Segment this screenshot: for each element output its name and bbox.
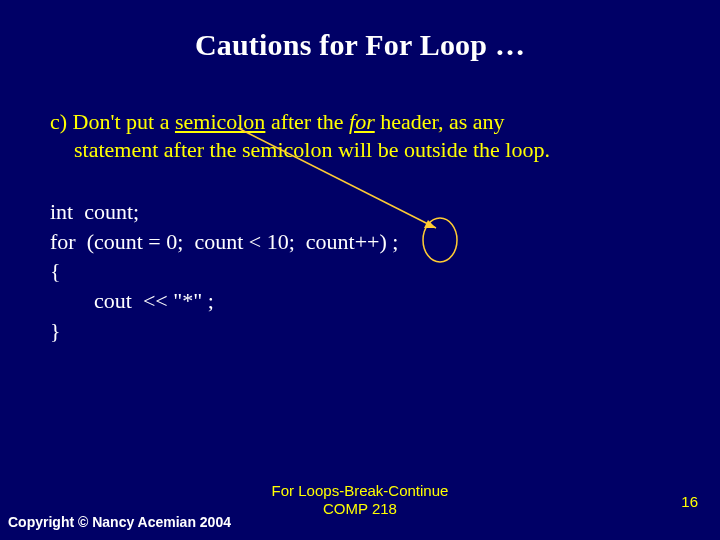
- caution-prefix: c) Don't put a: [50, 109, 175, 134]
- caution-for-word: for: [349, 109, 375, 134]
- footer-line1: For Loops-Break-Continue: [0, 482, 720, 500]
- code-line-2: for (count = 0; count < 10; count++) ;: [50, 229, 398, 254]
- footer-center: For Loops-Break-Continue COMP 218: [0, 482, 720, 518]
- caution-mid1: after the: [265, 109, 349, 134]
- code-line-1: int count;: [50, 199, 139, 224]
- caution-text-line2: statement after the semicolon will be ou…: [50, 136, 670, 164]
- caution-semicolon-word: semicolon: [175, 109, 265, 134]
- footer-line2: COMP 218: [0, 500, 720, 518]
- caution-suffix1: header, as any: [375, 109, 505, 134]
- page-number: 16: [681, 493, 698, 510]
- slide-title: Cautions for For Loop …: [0, 0, 720, 62]
- slide-body: c) Don't put a semicolon after the for h…: [50, 108, 670, 345]
- caution-text-line1: c) Don't put a semicolon after the for h…: [50, 108, 670, 136]
- code-line-3: {: [50, 258, 61, 283]
- code-example: int count; for (count = 0; count < 10; c…: [50, 197, 670, 345]
- code-line-5: }: [50, 318, 61, 343]
- code-line-4: cout << "*" ;: [50, 288, 214, 313]
- slide: Cautions for For Loop … c) Don't put a s…: [0, 0, 720, 540]
